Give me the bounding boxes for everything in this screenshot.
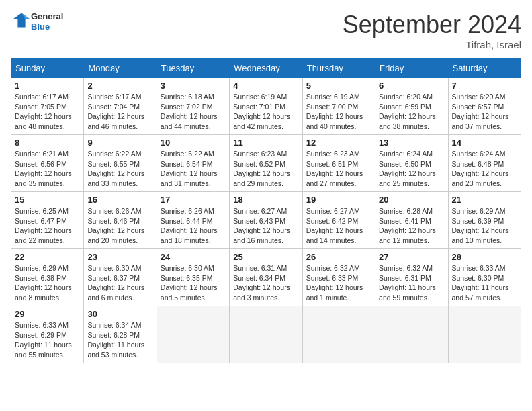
day-cell: 8 Sunrise: 6:21 AM Sunset: 6:56 PM Dayli… [11, 135, 84, 192]
calendar-week-row: 29 Sunrise: 6:33 AM Sunset: 6:29 PM Dayl… [11, 306, 521, 363]
day-cell: 20 Sunrise: 6:28 AM Sunset: 6:41 PM Dayl… [375, 192, 448, 249]
day-cell: 19 Sunrise: 6:27 AM Sunset: 6:42 PM Dayl… [302, 192, 375, 249]
col-tuesday: Tuesday [157, 59, 229, 78]
day-number: 26 [306, 252, 371, 262]
day-info: Sunrise: 6:30 AM Sunset: 6:37 PM Dayligh… [87, 263, 152, 303]
day-number: 7 [452, 81, 517, 91]
col-friday: Friday [375, 59, 448, 78]
day-number: 22 [15, 252, 80, 262]
logo-text-blue: Blue [31, 21, 63, 32]
calendar-header-row: Sunday Monday Tuesday Wednesday Thursday… [11, 59, 521, 78]
day-cell: 2 Sunrise: 6:17 AM Sunset: 7:04 PM Dayli… [84, 78, 157, 135]
day-cell: 3 Sunrise: 6:18 AM Sunset: 7:02 PM Dayli… [157, 78, 229, 135]
day-number: 3 [161, 81, 226, 91]
col-wednesday: Wednesday [230, 59, 302, 78]
day-cell: 28 Sunrise: 6:33 AM Sunset: 6:30 PM Dayl… [448, 249, 521, 306]
day-number: 21 [452, 195, 517, 205]
day-cell: 21 Sunrise: 6:29 AM Sunset: 6:39 PM Dayl… [448, 192, 521, 249]
day-number: 6 [379, 81, 444, 91]
day-cell: 15 Sunrise: 6:25 AM Sunset: 6:47 PM Dayl… [11, 192, 84, 249]
empty-cell [157, 306, 229, 363]
empty-cell [302, 306, 375, 363]
day-number: 11 [233, 138, 298, 148]
day-cell: 11 Sunrise: 6:23 AM Sunset: 6:52 PM Dayl… [230, 135, 302, 192]
empty-cell [230, 306, 302, 363]
day-info: Sunrise: 6:32 AM Sunset: 6:31 PM Dayligh… [379, 263, 444, 303]
month-title: September 2024 [343, 11, 521, 39]
day-number: 12 [306, 138, 371, 148]
day-info: Sunrise: 6:21 AM Sunset: 6:56 PM Dayligh… [15, 149, 80, 189]
day-info: Sunrise: 6:25 AM Sunset: 6:47 PM Dayligh… [15, 206, 80, 246]
location: Tifrah, Israel [343, 39, 521, 50]
day-info: Sunrise: 6:29 AM Sunset: 6:38 PM Dayligh… [15, 263, 80, 303]
day-info: Sunrise: 6:32 AM Sunset: 6:33 PM Dayligh… [306, 263, 371, 303]
day-number: 17 [161, 195, 226, 205]
logo-bird-icon [12, 11, 31, 30]
day-cell: 14 Sunrise: 6:24 AM Sunset: 6:48 PM Dayl… [448, 135, 521, 192]
day-info: Sunrise: 6:27 AM Sunset: 6:42 PM Dayligh… [306, 206, 371, 246]
col-saturday: Saturday [448, 59, 521, 78]
day-cell: 1 Sunrise: 6:17 AM Sunset: 7:05 PM Dayli… [11, 78, 84, 135]
day-cell: 16 Sunrise: 6:26 AM Sunset: 6:46 PM Dayl… [84, 192, 157, 249]
day-number: 9 [87, 138, 152, 148]
day-info: Sunrise: 6:26 AM Sunset: 6:44 PM Dayligh… [161, 206, 226, 246]
day-cell: 27 Sunrise: 6:32 AM Sunset: 6:31 PM Dayl… [375, 249, 448, 306]
day-cell: 10 Sunrise: 6:22 AM Sunset: 6:54 PM Dayl… [157, 135, 229, 192]
day-cell: 7 Sunrise: 6:20 AM Sunset: 6:57 PM Dayli… [448, 78, 521, 135]
day-number: 27 [379, 252, 444, 262]
calendar-week-row: 1 Sunrise: 6:17 AM Sunset: 7:05 PM Dayli… [11, 78, 521, 135]
day-number: 28 [452, 252, 517, 262]
day-number: 30 [87, 309, 152, 319]
day-number: 8 [15, 138, 80, 148]
logo-text-general: General [31, 11, 63, 21]
day-cell: 6 Sunrise: 6:20 AM Sunset: 6:59 PM Dayli… [375, 78, 448, 135]
logo: General Blue [11, 11, 63, 32]
day-number: 19 [306, 195, 371, 205]
svg-marker-0 [13, 13, 30, 28]
day-cell: 25 Sunrise: 6:31 AM Sunset: 6:34 PM Dayl… [230, 249, 302, 306]
day-info: Sunrise: 6:24 AM Sunset: 6:48 PM Dayligh… [452, 149, 517, 189]
day-number: 13 [379, 138, 444, 148]
day-cell: 18 Sunrise: 6:27 AM Sunset: 6:43 PM Dayl… [230, 192, 302, 249]
day-number: 29 [15, 309, 80, 319]
col-sunday: Sunday [11, 59, 84, 78]
day-cell: 17 Sunrise: 6:26 AM Sunset: 6:44 PM Dayl… [157, 192, 229, 249]
col-monday: Monday [84, 59, 157, 78]
day-info: Sunrise: 6:19 AM Sunset: 7:01 PM Dayligh… [233, 92, 298, 132]
day-info: Sunrise: 6:26 AM Sunset: 6:46 PM Dayligh… [87, 206, 152, 246]
day-number: 2 [87, 81, 152, 91]
day-info: Sunrise: 6:33 AM Sunset: 6:29 PM Dayligh… [15, 320, 80, 360]
day-info: Sunrise: 6:34 AM Sunset: 6:28 PM Dayligh… [87, 320, 152, 360]
day-number: 20 [379, 195, 444, 205]
col-thursday: Thursday [302, 59, 375, 78]
day-info: Sunrise: 6:30 AM Sunset: 6:35 PM Dayligh… [161, 263, 226, 303]
day-info: Sunrise: 6:22 AM Sunset: 6:55 PM Dayligh… [87, 149, 152, 189]
day-number: 15 [15, 195, 80, 205]
day-info: Sunrise: 6:22 AM Sunset: 6:54 PM Dayligh… [161, 149, 226, 189]
day-info: Sunrise: 6:19 AM Sunset: 7:00 PM Dayligh… [306, 92, 371, 132]
day-number: 16 [87, 195, 152, 205]
day-cell: 23 Sunrise: 6:30 AM Sunset: 6:37 PM Dayl… [84, 249, 157, 306]
day-cell: 5 Sunrise: 6:19 AM Sunset: 7:00 PM Dayli… [302, 78, 375, 135]
day-number: 1 [15, 81, 80, 91]
day-cell: 30 Sunrise: 6:34 AM Sunset: 6:28 PM Dayl… [84, 306, 157, 363]
calendar-week-row: 15 Sunrise: 6:25 AM Sunset: 6:47 PM Dayl… [11, 192, 521, 249]
day-info: Sunrise: 6:24 AM Sunset: 6:50 PM Dayligh… [379, 149, 444, 189]
day-number: 14 [452, 138, 517, 148]
day-cell: 22 Sunrise: 6:29 AM Sunset: 6:38 PM Dayl… [11, 249, 84, 306]
day-cell: 9 Sunrise: 6:22 AM Sunset: 6:55 PM Dayli… [84, 135, 157, 192]
day-number: 23 [87, 252, 152, 262]
day-number: 24 [161, 252, 226, 262]
day-info: Sunrise: 6:23 AM Sunset: 6:51 PM Dayligh… [306, 149, 371, 189]
day-number: 25 [233, 252, 298, 262]
day-info: Sunrise: 6:33 AM Sunset: 6:30 PM Dayligh… [452, 263, 517, 303]
day-info: Sunrise: 6:20 AM Sunset: 6:57 PM Dayligh… [452, 92, 517, 132]
day-cell: 24 Sunrise: 6:30 AM Sunset: 6:35 PM Dayl… [157, 249, 229, 306]
day-info: Sunrise: 6:28 AM Sunset: 6:41 PM Dayligh… [379, 206, 444, 246]
day-info: Sunrise: 6:17 AM Sunset: 7:04 PM Dayligh… [87, 92, 152, 132]
day-cell: 29 Sunrise: 6:33 AM Sunset: 6:29 PM Dayl… [11, 306, 84, 363]
day-cell: 12 Sunrise: 6:23 AM Sunset: 6:51 PM Dayl… [302, 135, 375, 192]
day-info: Sunrise: 6:29 AM Sunset: 6:39 PM Dayligh… [452, 206, 517, 246]
empty-cell [448, 306, 521, 363]
day-number: 18 [233, 195, 298, 205]
